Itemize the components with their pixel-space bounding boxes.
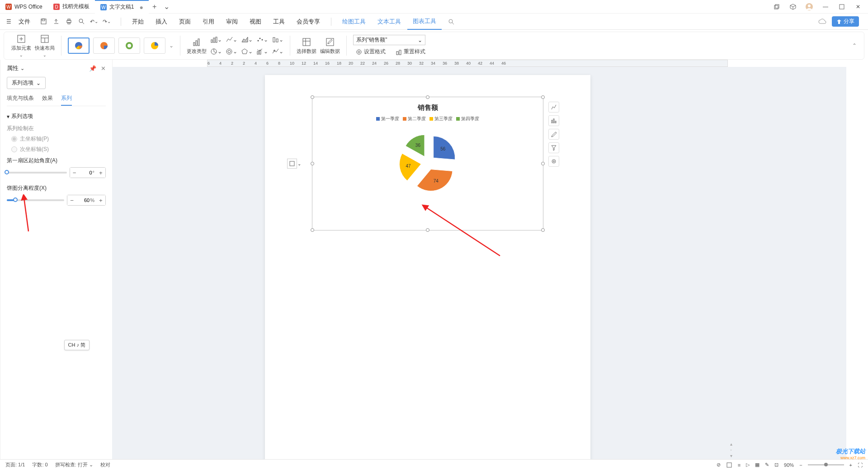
tab-wps-office[interactable]: W WPS Office [0, 0, 48, 14]
chart-title[interactable]: 销售额 [312, 97, 543, 112]
close-icon[interactable]: ● [139, 4, 143, 11]
resize-handle[interactable] [541, 228, 545, 232]
zoom-out-button[interactable]: − [799, 462, 802, 468]
menu-member[interactable]: 会员专享 [291, 18, 326, 26]
save-icon[interactable] [39, 18, 47, 26]
tab-fill[interactable]: 填充与线条 [7, 94, 34, 106]
menu-reference[interactable]: 引用 [197, 18, 220, 26]
status-page[interactable]: 页面: 1/1 [5, 461, 25, 468]
menu-tools[interactable]: 工具 [268, 18, 290, 26]
decrement-button[interactable]: − [67, 195, 76, 205]
close-button[interactable]: ✕ [854, 2, 863, 11]
menu-chart-tools[interactable]: 图表工具 [407, 14, 442, 30]
redo-icon[interactable]: ↷⌄ [103, 18, 111, 26]
radar-chart-icon[interactable]: ⌄ [241, 47, 253, 56]
collapse-ribbon-icon[interactable]: ⌃ [849, 42, 859, 49]
document-page[interactable]: 销售额 第一季度第二季度第三季度第四季度 56744736 ⌄ [265, 75, 590, 459]
series-options-dropdown[interactable]: 系列选项⌄ [7, 77, 46, 89]
edit-data-button[interactable]: 编辑数据 [320, 37, 340, 55]
file-menu[interactable]: 文件 [15, 18, 34, 26]
series-selector[interactable]: 系列"销售额"⌄ [353, 35, 425, 45]
new-tab-button[interactable]: + [149, 3, 160, 11]
reset-style-button[interactable]: 重置样式 [393, 47, 428, 56]
menu-burger-icon[interactable]: ☰ [4, 19, 14, 25]
chart-settings-icon[interactable] [548, 156, 559, 167]
pin-icon[interactable]: 📌 [89, 65, 96, 72]
explosion-slider[interactable] [7, 199, 64, 201]
avatar-icon[interactable] [805, 2, 814, 11]
section-series-options[interactable]: ▾ 系列选项 [7, 113, 106, 120]
preview-icon[interactable] [77, 18, 85, 26]
increment-button[interactable]: + [96, 168, 105, 178]
explosion-input[interactable]: − % + [67, 195, 106, 206]
resize-handle[interactable] [541, 95, 545, 99]
angle-slider[interactable] [7, 172, 67, 174]
search-icon[interactable] [443, 19, 460, 25]
tab-document[interactable]: W 文字文稿1 ● [95, 0, 149, 14]
status-words[interactable]: 字数: 0 [32, 461, 47, 468]
more-chart-icon[interactable]: ⌄ [272, 47, 283, 56]
resize-handle[interactable] [311, 228, 314, 232]
zoom-value[interactable]: 90% [784, 462, 794, 468]
tab-effect[interactable]: 效果 [42, 94, 53, 106]
resize-handle[interactable] [426, 228, 429, 232]
chart-legend[interactable]: 第一季度第二季度第三季度第四季度 [312, 112, 543, 122]
multi-window-icon[interactable] [772, 2, 781, 11]
select-data-button[interactable]: 选择数据 [297, 37, 316, 55]
chart-edit-icon[interactable] [548, 129, 559, 140]
donut-chart-icon[interactable]: ⌄ [226, 47, 237, 56]
primary-axis-radio[interactable]: 主坐标轴(P) [7, 135, 106, 143]
cube-icon[interactable] [788, 2, 797, 11]
export-icon[interactable] [52, 18, 60, 26]
resize-handle[interactable] [311, 95, 314, 99]
set-format-button[interactable]: 设置格式 [353, 47, 388, 56]
view-page-icon[interactable] [726, 462, 732, 468]
menu-start[interactable]: 开始 [127, 18, 149, 26]
ime-badge[interactable]: CH ♪ 简 [64, 340, 90, 350]
chart-plot[interactable]: 56744736 [312, 122, 543, 212]
cloud-icon[interactable] [818, 19, 826, 25]
menu-text-tools[interactable]: 文本工具 [372, 18, 406, 26]
notification-icon[interactable]: ⊘ [717, 462, 721, 468]
quick-layout-button[interactable]: 快速布局⌄ [35, 34, 55, 57]
maximize-button[interactable] [837, 2, 846, 11]
layout-options-icon[interactable]: ⌄ [287, 159, 297, 169]
chart-style-3[interactable] [118, 38, 140, 54]
print-icon[interactable] [65, 18, 73, 26]
zoom-slider[interactable] [808, 464, 844, 465]
combo-chart-icon[interactable]: ⌄ [256, 47, 268, 56]
tab-template[interactable]: D 找稻壳模板 [48, 0, 95, 14]
zoom-fit-icon[interactable]: ⊡ [774, 462, 778, 468]
minimize-button[interactable]: — [821, 2, 830, 11]
style-dropdown-icon[interactable]: ⌄ [169, 42, 174, 49]
status-proofing[interactable]: 校对 [100, 461, 110, 468]
view-reading-icon[interactable]: ▷ [746, 462, 750, 468]
tab-series[interactable]: 系列 [61, 94, 72, 106]
tab-menu-button[interactable]: ⌄ [160, 2, 173, 11]
chart-style-4[interactable] [144, 38, 165, 54]
zoom-in-button[interactable]: + [849, 462, 852, 468]
menu-drawing-tools[interactable]: 绘图工具 [337, 18, 371, 26]
vertical-scrollbar[interactable]: ▴◦▾ [728, 70, 734, 458]
chart-object[interactable]: 销售额 第一季度第二季度第三季度第四季度 56744736 ⌄ [312, 97, 543, 230]
chart-style-2[interactable] [93, 38, 115, 54]
undo-icon[interactable]: ↶⌄ [90, 18, 98, 26]
close-panel-icon[interactable]: ✕ [101, 65, 106, 72]
view-web-icon[interactable]: ▦ [755, 462, 760, 468]
chart-styles-icon[interactable] [548, 115, 559, 126]
menu-page[interactable]: 页面 [174, 18, 196, 26]
angle-input[interactable]: − ° + [70, 167, 106, 178]
menu-insert[interactable]: 插入 [150, 18, 173, 26]
stock-chart-icon[interactable]: ⌄ [272, 35, 283, 45]
secondary-axis-radio[interactable]: 次坐标轴(S) [7, 146, 106, 153]
highlight-icon[interactable]: ✎ [765, 462, 769, 468]
bar-chart-icon[interactable]: ⌄ [210, 35, 222, 45]
angle-value[interactable] [79, 170, 93, 175]
decrement-button[interactable]: − [70, 168, 79, 178]
chart-style-1[interactable] [68, 38, 90, 54]
scatter-chart-icon[interactable]: ⌄ [256, 35, 268, 45]
status-spellcheck[interactable]: 拼写检查: 打开 ⌄ [55, 461, 93, 468]
share-button[interactable]: 分享 [832, 16, 859, 27]
chart-filter-icon[interactable] [548, 142, 559, 153]
canvas-area[interactable]: 销售额 第一季度第二季度第三季度第四季度 56744736 ⌄ [9, 67, 846, 459]
